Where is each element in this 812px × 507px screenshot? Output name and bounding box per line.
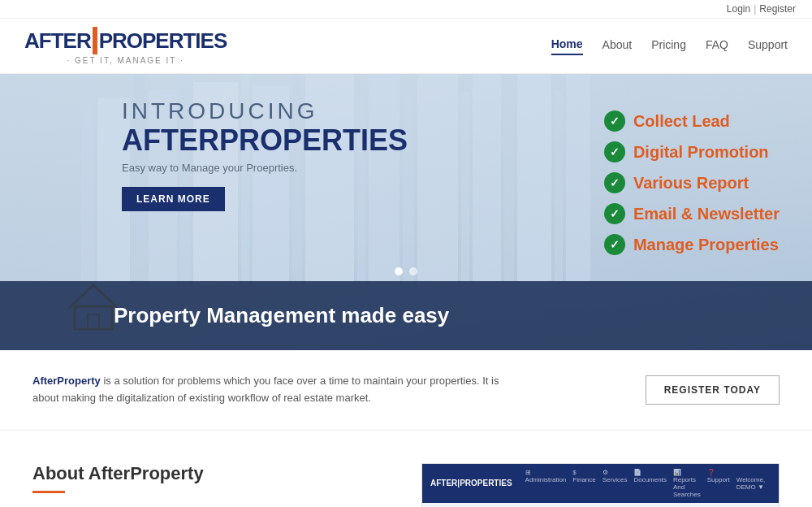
logo-properties: PROPERTIES: [99, 28, 227, 54]
nav-about[interactable]: About: [603, 38, 633, 54]
dashboard-logo: AFTER|PROPERTIES: [430, 479, 512, 488]
logo-bar-icon: [93, 27, 97, 54]
feature-email-newsletter: ✓ Email & Newsletter: [604, 203, 780, 224]
info-body: is a solution for problems which you fac…: [32, 375, 499, 404]
check-icon-4: ✓: [604, 203, 625, 224]
nav-home[interactable]: Home: [551, 37, 583, 55]
dash-nav-reports: 📊 Reports And Searches: [673, 469, 701, 498]
nav-support[interactable]: Support: [748, 38, 788, 54]
info-text: AfterProperty is a solution for problems…: [32, 373, 520, 407]
nav-pricing[interactable]: Pricing: [651, 38, 686, 54]
about-underline: [32, 491, 65, 493]
info-brand: AfterProperty: [32, 375, 101, 387]
about-text: About AfterProperty: [32, 463, 389, 506]
carousel-dots: [395, 267, 417, 275]
nav-faq[interactable]: FAQ: [706, 38, 728, 54]
dash-nav-support: ❓ Support: [707, 469, 730, 498]
logo-area: AFTER PROPERTIES · GET IT, MANAGE IT ·: [24, 27, 227, 65]
dashboard-user: Welcome, DEMO ▼: [736, 476, 771, 491]
feature-collect-lead: ✓ Collect Lead: [604, 110, 780, 132]
info-section: AfterProperty is a solution for problems…: [0, 350, 812, 431]
dashboard-nav: ⊞ Administration $ Finance ⚙ Services 📄 …: [525, 469, 730, 498]
dash-nav-finance: $ Finance: [572, 469, 595, 498]
check-icon-3: ✓: [604, 172, 625, 193]
dot-1[interactable]: [395, 267, 403, 275]
feature-various-report: ✓ Various Report: [604, 172, 780, 193]
dashboard-header: AFTER|PROPERTIES ⊞ Administration $ Fina…: [422, 464, 779, 503]
learn-more-button[interactable]: LEARN MORE: [122, 187, 225, 211]
check-icon-5: ✓: [604, 234, 625, 255]
separator: |: [754, 3, 756, 15]
hero-brand-name: AFTERPROPERTIES: [122, 124, 408, 157]
logo-after: AFTER: [24, 28, 91, 54]
hero-subtitle: Easy way to Manage your Proeprties.: [122, 162, 408, 174]
dash-nav-services: ⚙ Services: [603, 469, 628, 498]
logo-tagline: · GET IT, MANAGE IT ·: [24, 56, 227, 65]
dash-nav-docs: 📄 Documents: [633, 469, 666, 498]
top-bar: Login | Register: [0, 0, 812, 19]
feature-digital-promotion: ✓ Digital Promotion: [604, 141, 780, 162]
bottom-band-text: Property Management made easy: [114, 303, 449, 328]
feature-manage-properties: ✓ Manage Properties: [604, 234, 780, 255]
check-icon-2: ✓: [604, 141, 625, 162]
login-link[interactable]: Login: [727, 3, 750, 15]
dashboard-preview: AFTER|PROPERTIES ⊞ Administration $ Fina…: [421, 463, 780, 507]
register-today-button[interactable]: REGISTER TODAY: [646, 375, 780, 405]
hero-text: INTRODUCING AFTERPROPERTIES Easy way to …: [122, 98, 408, 211]
feature-label-4: Email & Newsletter: [633, 205, 780, 223]
hero-bottom-band: Property Management made easy: [0, 281, 812, 350]
dot-2[interactable]: [409, 267, 417, 275]
main-nav: Home About Pricing FAQ Support: [551, 37, 788, 55]
hero-section: INTRODUCING AFTERPROPERTIES Easy way to …: [0, 74, 812, 350]
feature-label-5: Manage Properties: [633, 236, 779, 254]
logo-main: AFTER PROPERTIES: [24, 27, 227, 54]
feature-label-2: Digital Promotion: [633, 143, 769, 162]
register-link[interactable]: Register: [759, 3, 796, 15]
header: AFTER PROPERTIES · GET IT, MANAGE IT · H…: [0, 19, 812, 74]
about-section: About AfterProperty AFTER|PROPERTIES ⊞ A…: [0, 431, 812, 507]
dash-nav-admin: ⊞ Administration: [525, 469, 567, 498]
hero-introducing: INTRODUCING: [122, 98, 408, 124]
about-title: About AfterProperty: [32, 463, 389, 484]
feature-label-1: Collect Lead: [633, 112, 730, 131]
dashboard-body: Admin Dashboard Home / Dashboard: [422, 503, 779, 507]
feature-label-3: Various Report: [633, 174, 749, 193]
check-icon-1: ✓: [604, 110, 625, 132]
features-list: ✓ Collect Lead ✓ Digital Promotion ✓ Var…: [604, 110, 780, 265]
